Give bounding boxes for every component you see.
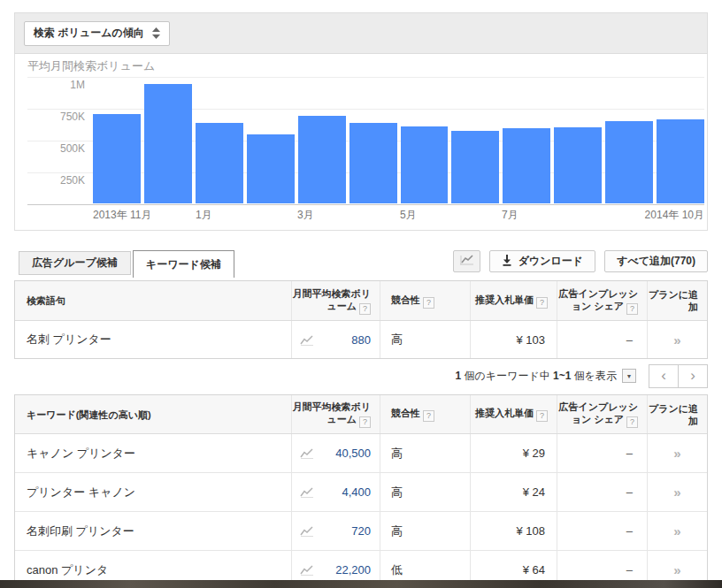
sparkline-icon[interactable] — [300, 447, 314, 459]
volume-bar-2014年9月 — [605, 121, 653, 203]
help-icon[interactable]: ? — [423, 297, 434, 309]
bid-cell: ¥ 108 — [470, 512, 557, 550]
pagination-row: 1 個のキーワード中 1~1 個を表示 ▼ ‹ › — [14, 363, 708, 389]
sort-arrows-icon — [152, 27, 160, 39]
competition-cell: 高 — [380, 434, 470, 472]
y-axis-tick: 1M — [25, 79, 85, 91]
bid-cell: ¥ 29 — [470, 434, 557, 472]
competition-cell: 高 — [380, 512, 470, 550]
add-to-plan-button[interactable]: » — [673, 562, 680, 577]
page-size-dropdown[interactable]: ▼ — [622, 369, 636, 383]
next-page-button[interactable]: › — [678, 364, 708, 388]
chart-title: 平均月間検索ボリューム — [27, 58, 155, 74]
plan-cell: » — [647, 321, 707, 358]
add-to-plan-button[interactable]: » — [673, 446, 680, 461]
keyword-cell: 名刺印刷 プリンター — [15, 512, 291, 550]
competition-cell: 高 — [380, 473, 470, 511]
keyword-cell: 名刺 プリンター — [15, 321, 291, 358]
prev-page-button[interactable]: ‹ — [649, 364, 679, 388]
result-tabs: 広告グループ候補 キーワード候補 — [14, 250, 234, 278]
help-icon[interactable]: ? — [536, 297, 548, 309]
share-cell: – — [557, 473, 647, 511]
share-cell: – — [557, 321, 647, 358]
volume-value: 720 — [351, 524, 371, 538]
sparkline-icon[interactable] — [300, 486, 314, 498]
volume-value: 880 — [351, 333, 371, 347]
download-icon — [502, 255, 512, 269]
desktop-edge-strip — [0, 580, 722, 588]
col-competition-label: 競合性 — [391, 294, 420, 305]
volume-bar-2014年5月 — [401, 126, 449, 203]
y-axis-tick: 250K — [25, 174, 85, 187]
tab-ad-group-ideas[interactable]: 広告グループ候補 — [19, 251, 131, 275]
volume-bar-2013年12月 — [144, 84, 192, 203]
col-avg-monthly-searches: 月間平均検索ボリューム? — [291, 281, 380, 320]
help-icon[interactable]: ? — [626, 303, 638, 315]
help-icon[interactable]: ? — [423, 410, 434, 422]
volume-cell: 880 — [291, 321, 380, 358]
search-terms-header-row: 検索語句 月間平均検索ボリューム? 競合性? 推奨入札単価? 広告インプレッショ… — [15, 281, 707, 321]
col-suggested-bid-label: 推奨入札単価 — [475, 408, 534, 418]
toolbar: ダウンロード すべて追加(770) — [453, 250, 708, 272]
col-add-to-plan: プランに追加 — [647, 281, 707, 320]
table-row: 名刺印刷 プリンター 720 高 ¥ 108 – » — [15, 511, 707, 550]
volume-bar-2014年2月 — [247, 134, 295, 203]
add-all-label: すべて追加(770) — [617, 254, 695, 269]
sparkline-icon[interactable] — [300, 564, 314, 576]
x-axis-tick: 1月 — [196, 208, 212, 223]
col-competition: 競合性? — [380, 395, 470, 433]
keyword-planner-page: 検索 ボリュームの傾向 平均月間検索ボリューム 1M 750K 500K 250… — [0, 0, 722, 588]
volume-bar-chart: 平均月間検索ボリューム 1M 750K 500K 250K 2013年 11月1… — [14, 54, 708, 231]
help-icon[interactable]: ? — [536, 410, 548, 422]
trend-type-dropdown[interactable]: 検索 ボリュームの傾向 — [24, 21, 170, 46]
pagination-range: 1~1 — [553, 370, 571, 382]
volume-cell: 720 — [291, 512, 380, 550]
y-axis-tick: 500K — [25, 142, 85, 155]
chart-view-button[interactable] — [453, 250, 480, 272]
tab-toolbar-row: 広告グループ候補 キーワード候補 ダウンロード すべて追加(770) — [14, 250, 708, 278]
col-keywords-by-relevance: キーワード(関連性の高い順) — [15, 395, 291, 433]
volume-value: 4,400 — [342, 485, 371, 499]
bid-cell: ¥ 24 — [470, 473, 557, 511]
col-competition-label: 競合性 — [391, 408, 420, 418]
keyword-ideas-table: キーワード(関連性の高い順) 月間平均検索ボリューム? 競合性? 推奨入札単価?… — [14, 394, 708, 588]
share-cell: – — [557, 434, 647, 472]
volume-value: 22,200 — [335, 563, 371, 577]
col-search-terms: 検索語句 — [15, 281, 291, 320]
volume-bar-2014年1月 — [196, 123, 243, 203]
col-add-to-plan: プランに追加 — [647, 395, 707, 433]
x-axis-tick: 2014年 10月 — [645, 208, 704, 223]
pager: ‹ › — [649, 364, 708, 388]
x-axis-line — [27, 204, 704, 205]
help-icon[interactable]: ? — [359, 303, 371, 315]
line-chart-icon — [459, 254, 474, 269]
x-axis-tick: 3月 — [297, 208, 314, 223]
pagination-mid: 個のキーワード中 — [461, 370, 553, 382]
table-row: 名刺 プリンター 880 高 ¥ 103 – » — [15, 321, 707, 358]
tab-keyword-ideas[interactable]: キーワード候補 — [133, 250, 234, 278]
share-cell: – — [557, 512, 647, 550]
help-icon[interactable]: ? — [626, 416, 638, 428]
sparkline-icon[interactable] — [300, 525, 314, 537]
volume-bar-2014年3月 — [298, 116, 346, 203]
plan-cell: » — [647, 434, 707, 472]
y-axis-tick: 750K — [25, 111, 85, 123]
volume-bar-2014年8月 — [554, 127, 602, 203]
volume-bar-2013年11月 — [93, 114, 141, 203]
download-label: ダウンロード — [518, 254, 583, 269]
keyword-cell: プリンター キャノン — [15, 473, 291, 511]
x-axis-tick: 7月 — [502, 208, 518, 223]
trend-panel-header: 検索 ボリュームの傾向 — [14, 12, 708, 54]
sparkline-icon[interactable] — [300, 334, 314, 346]
add-to-plan-button[interactable]: » — [673, 523, 680, 538]
search-terms-table: 検索語句 月間平均検索ボリューム? 競合性? 推奨入札単価? 広告インプレッショ… — [14, 280, 708, 359]
pagination-tail: 個を表示 — [571, 370, 617, 382]
add-to-plan-button[interactable]: » — [673, 332, 680, 347]
download-button[interactable]: ダウンロード — [489, 250, 595, 272]
plan-cell: » — [647, 473, 707, 511]
competition-cell: 高 — [380, 321, 470, 358]
col-avg-monthly-searches: 月間平均検索ボリューム? — [291, 395, 380, 433]
add-to-plan-button[interactable]: » — [673, 485, 680, 500]
add-all-button[interactable]: すべて追加(770) — [604, 250, 708, 272]
help-icon[interactable]: ? — [359, 416, 371, 428]
